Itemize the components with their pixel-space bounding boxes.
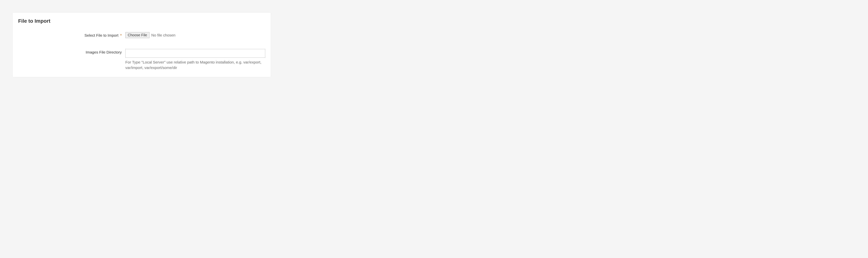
images-dir-label-col: Images File Directory bbox=[18, 49, 125, 54]
select-file-control-col: Choose File No file chosen bbox=[125, 32, 265, 38]
select-file-label-col: Select File to Import * bbox=[18, 32, 125, 38]
select-file-label: Select File to Import bbox=[85, 33, 119, 38]
file-status-text: No file chosen bbox=[151, 33, 176, 37]
images-dir-row: Images File Directory For Type "Local Se… bbox=[18, 49, 265, 71]
images-dir-label: Images File Directory bbox=[86, 50, 122, 54]
choose-file-button[interactable]: Choose File bbox=[125, 32, 150, 38]
select-file-row: Select File to Import * Choose File No f… bbox=[18, 32, 265, 38]
file-to-import-panel: File to Import Select File to Import * C… bbox=[13, 13, 271, 77]
required-mark-icon: * bbox=[120, 33, 122, 38]
file-input-line: Choose File No file chosen bbox=[125, 32, 265, 38]
images-dir-hint: For Type "Local Server" use relative pat… bbox=[125, 60, 265, 71]
panel-title: File to Import bbox=[18, 18, 265, 24]
images-dir-input[interactable] bbox=[125, 49, 265, 58]
images-dir-control-col: For Type "Local Server" use relative pat… bbox=[125, 49, 265, 71]
